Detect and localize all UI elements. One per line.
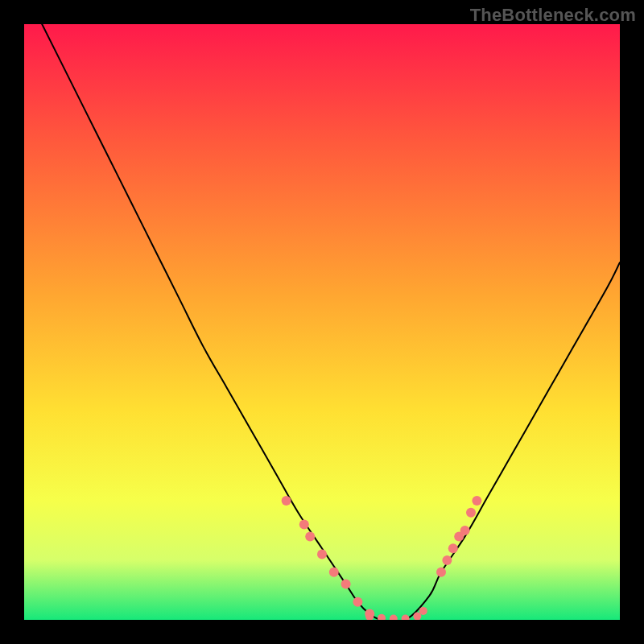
marker-dot [341,580,351,589]
marker-dot [472,496,481,506]
chart-background [24,24,620,620]
marker-dot [353,597,362,607]
marker-dot [460,526,470,535]
marker-dot [329,568,339,577]
plot-area [24,24,620,620]
marker-dot [282,496,291,506]
watermark-text: TheBottleneck.com [470,5,636,26]
marker-dot [305,531,315,541]
chart-frame: TheBottleneck.com [0,0,644,644]
marker-dot [448,543,458,553]
marker-dot [466,508,476,518]
marker-dot [436,568,446,577]
marker-dot [317,550,327,559]
marker-dot [442,555,452,565]
chart-svg [24,24,620,620]
marker-dot [299,520,309,530]
marker-dot [419,607,427,615]
